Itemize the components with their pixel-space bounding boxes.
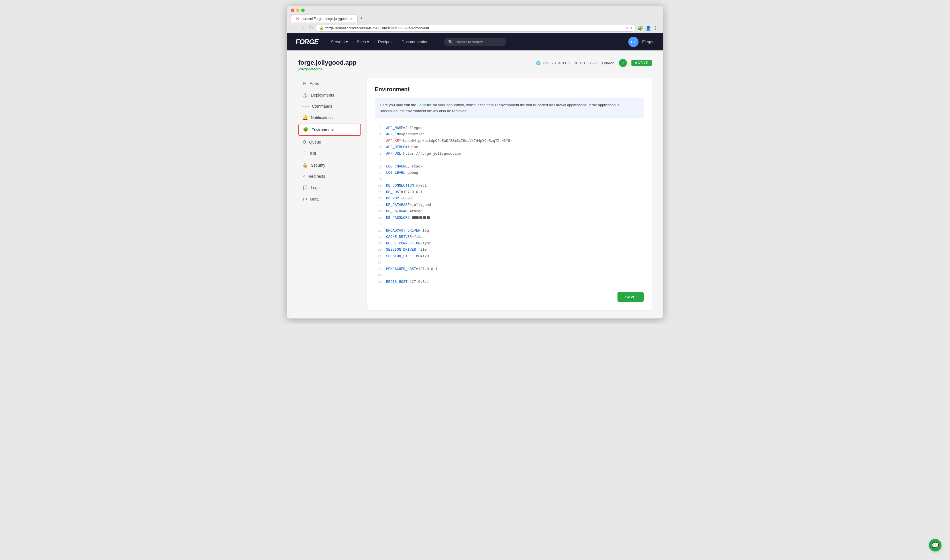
nav-documentation[interactable]: Documentation xyxy=(397,38,432,46)
sidebar-label-notifications: Notifications xyxy=(311,115,333,120)
chevron-down-icon: ▾ xyxy=(346,40,348,44)
navbar: FORGE Servers ▾ Sites ▾ Recipes Document… xyxy=(287,33,663,51)
environment-icon: 🌳 xyxy=(303,127,309,132)
lock-icon: 🔒 xyxy=(319,26,324,30)
meta-icon: 🏷 xyxy=(302,197,307,202)
section-title: Environment xyxy=(375,86,644,92)
nav-sites[interactable]: Sites ▾ xyxy=(353,38,373,46)
notifications-icon: 🔔 xyxy=(302,115,308,120)
sidebar-label-environment: Environment xyxy=(311,128,334,132)
status-badge: ACTIVE xyxy=(631,60,652,66)
code-line-20: 20 SESSION_DRIVER=file xyxy=(375,247,644,253)
user-avatar[interactable]: EL xyxy=(628,37,639,47)
nav-servers[interactable]: Servers ▾ xyxy=(327,38,352,46)
save-button[interactable]: SAVE xyxy=(617,292,644,302)
sidebar-item-apps[interactable]: 🖥 Apps xyxy=(298,78,361,89)
copy-public-ip-icon[interactable]: ⎘ xyxy=(568,61,570,65)
menu-icon[interactable]: ⋮ xyxy=(653,25,658,31)
code-line-2: 2 APP_ENV=production xyxy=(375,131,644,138)
code-line-3: 3 APP_KEY=base64:pnHuztdpO6bEwKfSSmScI9u… xyxy=(375,138,644,145)
sidebar-item-queue[interactable]: ⚙ Queue xyxy=(298,137,361,148)
location: London xyxy=(602,61,614,65)
sidebar: 🖥 Apps ⚓ Deployments </> Commands 🔔 Noti… xyxy=(298,78,361,310)
code-line-25: 25 REDIS_HOST=127.0.0.1 xyxy=(375,279,644,285)
sidebar-item-environment[interactable]: 🌳 Environment xyxy=(298,124,361,136)
sidebar-label-queue: Queue xyxy=(309,140,321,145)
code-line-7: 7 LOG_CHANNEL=stack xyxy=(375,163,644,170)
commands-icon: </> xyxy=(302,104,309,109)
address-bar[interactable]: 🔒 forge.laravel.com/servers/457363/sites… xyxy=(316,24,636,32)
redirects-icon: ✕ xyxy=(302,174,305,178)
code-line-5: 5 APP_URL=https://forge.jollygood.app xyxy=(375,151,644,157)
code-line-23: 23 MEMCACHED_HOST=127.0.0.1 xyxy=(375,266,644,272)
code-line-13: 13 DB_DATABASE=jollygood xyxy=(375,202,644,209)
globe-icon: 🌐 xyxy=(536,61,540,65)
minimize-button[interactable] xyxy=(296,9,299,12)
sidebar-item-ssl[interactable]: 🛡 SSL xyxy=(298,148,361,159)
page-header: forge.jollygood.app jollygood-forge 🌐 13… xyxy=(298,59,652,71)
main-nav: Servers ▾ Sites ▾ Recipes Documentation xyxy=(327,38,432,46)
code-line-15: 15 DB_PASSWORD= xyxy=(375,215,644,222)
code-line-18: 18 CACHE_DRIVER=file xyxy=(375,234,644,240)
code-line-4: 4 APP_DEBUG=false xyxy=(375,144,644,151)
username: Elegon xyxy=(642,40,654,44)
sidebar-item-logs[interactable]: 📋 Logs xyxy=(298,182,361,193)
site-subtitle: jollygood-forge xyxy=(298,67,356,71)
extensions-icon[interactable]: 🧩 xyxy=(637,25,643,31)
info-banner: Here you may edit the .env file for your… xyxy=(375,98,644,118)
sidebar-label-redirects: Redirects xyxy=(308,174,325,178)
new-tab-button[interactable]: + xyxy=(357,14,365,23)
search-box[interactable]: 🔍 Press / to search xyxy=(443,38,507,46)
code-line-10: 10 DB_CONNECTION=mysql xyxy=(375,183,644,189)
navigate-icon[interactable]: → xyxy=(619,59,627,67)
sidebar-item-security[interactable]: 🔒 Security xyxy=(298,160,361,171)
code-line-9: 9 xyxy=(375,176,644,183)
code-line-19: 19 QUEUE_CONNECTION=sync xyxy=(375,240,644,247)
profile-icon[interactable]: 👤 xyxy=(645,25,651,31)
sidebar-item-notifications[interactable]: 🔔 Notifications xyxy=(298,112,361,123)
sidebar-label-security: Security xyxy=(311,163,325,168)
security-icon: 🔒 xyxy=(302,162,308,168)
sidebar-label-meta: Meta xyxy=(310,197,319,202)
close-button[interactable] xyxy=(291,9,294,12)
sidebar-label-commands: Commands xyxy=(312,104,332,109)
sidebar-label-logs: Logs xyxy=(311,185,319,190)
sidebar-item-meta[interactable]: 🏷 Meta xyxy=(298,194,361,205)
code-line-17: 17 BROADCAST_DRIVER=log xyxy=(375,228,644,234)
tab-title: Laravel Forge | forge.jollygood xyxy=(302,17,348,21)
code-line-6: 6 xyxy=(375,157,644,163)
maximize-button[interactable] xyxy=(301,9,305,12)
tab-close-button[interactable]: ✕ xyxy=(350,17,353,21)
info-icon[interactable]: ℹ xyxy=(631,26,632,30)
forward-button[interactable]: → xyxy=(299,25,306,31)
main-content: Environment Here you may edit the .env f… xyxy=(367,78,652,310)
tab-favicon: ⚒ xyxy=(296,17,299,21)
star-icon[interactable]: ☆ xyxy=(625,26,629,30)
logs-icon: 📋 xyxy=(302,185,308,190)
brand-logo: FORGE xyxy=(296,38,318,46)
sidebar-label-ssl: SSL xyxy=(310,151,317,156)
sidebar-item-deployments[interactable]: ⚓ Deployments xyxy=(298,89,361,100)
code-line-11: 11 DB_HOST=127.0.0.1 xyxy=(375,189,644,196)
refresh-button[interactable]: ↻ xyxy=(308,25,314,31)
browser-tab[interactable]: ⚒ Laravel Forge | forge.jollygood ✕ xyxy=(291,14,357,23)
code-line-24: 24 xyxy=(375,272,644,279)
back-button[interactable]: ← xyxy=(291,25,298,31)
apps-icon: 🖥 xyxy=(302,81,307,86)
copy-private-ip-icon[interactable]: ⎘ xyxy=(596,61,597,65)
code-line-22: 22 xyxy=(375,260,644,266)
sidebar-item-commands[interactable]: </> Commands xyxy=(298,101,361,111)
search-icon: 🔍 xyxy=(448,40,453,44)
code-editor[interactable]: 1 APP_NAME=Jollygood 2 APP_ENV=productio… xyxy=(375,125,644,285)
chevron-down-icon: ▾ xyxy=(367,40,369,44)
sidebar-item-redirects[interactable]: ✕ Redirects xyxy=(298,171,361,182)
deployments-icon: ⚓ xyxy=(302,92,308,98)
nav-recipes[interactable]: Recipes xyxy=(374,38,397,46)
private-ip: 10.131.0.26 ⎘ xyxy=(574,61,597,65)
code-line-1: 1 APP_NAME=Jollygood xyxy=(375,125,644,132)
url-text: forge.laravel.com/servers/457363/sites/1… xyxy=(325,26,624,30)
ssl-icon: 🛡 xyxy=(302,151,307,156)
queue-icon: ⚙ xyxy=(302,139,306,145)
site-name: forge.jollygood.app xyxy=(298,59,356,66)
sidebar-label-deployments: Deployments xyxy=(311,93,334,97)
